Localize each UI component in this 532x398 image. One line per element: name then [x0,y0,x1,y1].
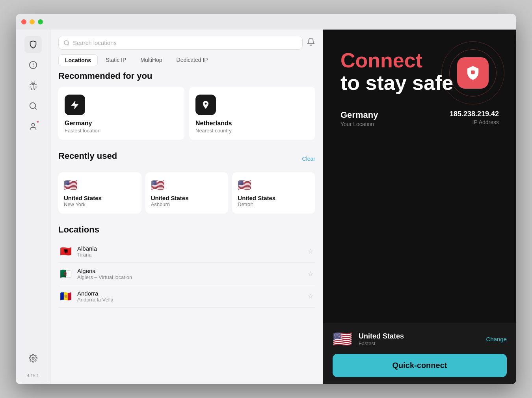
star-albania[interactable]: ☆ [307,247,314,256]
svg-line-4 [35,108,36,109]
close-button[interactable] [21,19,26,24]
sidebar: 4.15.1 [16,30,50,384]
recent-cards: 🇺🇸 United States New York 🇺🇸 United Stat… [58,172,315,214]
recommended-title: Recommended for you [58,71,315,81]
selected-location-row: 🇺🇸 United States Fastest Change [333,330,507,348]
flag-albania: 🇦🇱 [60,246,72,257]
your-location-name: Germany [340,110,378,120]
tabs-area: Locations Static IP MultiHop Dedicated I… [50,54,323,71]
vpn-logo-area [441,41,504,104]
maximize-button[interactable] [38,19,43,24]
ip-address-value: 185.238.219.42 [450,110,499,118]
sidebar-item-settings[interactable] [24,350,42,367]
connect-logo-button[interactable] [457,57,489,89]
change-location-button[interactable]: Change [486,336,507,342]
outer-ring [441,41,504,104]
sidebar-item-shield[interactable] [24,36,42,53]
sidebar-item-search[interactable] [24,97,42,115]
sidebar-item-account[interactable] [24,118,42,135]
search-area [50,30,323,54]
svg-line-8 [68,44,69,45]
location-country-andorra: Andorra [77,290,307,297]
ip-block: 185.238.219.42 IP Address [450,110,499,125]
recommended-cards: Germany Fastest location Netherlands Nea… [58,87,315,140]
flag-andorra: 🇦🇩 [60,291,72,302]
right-panel-bottom: 🇺🇸 United States Fastest Change Quick-co… [323,323,516,384]
sidebar-item-alert[interactable] [24,56,42,74]
location-city-andorra: Andorra la Vella [77,297,307,303]
titlebar [16,14,516,30]
right-panel-top: Connect to stay safe Germany Your Locati… [323,30,516,323]
selected-sub: Fastest [359,340,480,346]
recent-card-country-det: United States [238,195,310,201]
selected-flag: 🇺🇸 [333,330,352,348]
rec-card-sub-netherlands: Nearest country [195,128,309,134]
notifications-icon[interactable] [307,37,315,48]
location-row-albania[interactable]: 🇦🇱 Albania Tirana ☆ [58,240,315,263]
recent-card-city-det: Detroit [238,201,310,207]
tab-multihop[interactable]: MultiHop [134,54,168,66]
your-location-block: Germany Your Location [340,110,378,127]
tab-dedicated-ip[interactable]: Dedicated IP [170,54,214,66]
location-info-andorra: Andorra Andorra la Vella [77,290,307,303]
locations-list: 🇦🇱 Albania Tirana ☆ 🇩🇿 Algeria Algiers –… [58,240,315,308]
locations-title: Locations [58,225,315,235]
rec-card-name-netherlands: Netherlands [195,120,309,127]
location-city-albania: Tirana [77,252,307,258]
sidebar-item-bug[interactable] [24,77,42,94]
location-info-albania: Albania Tirana [77,245,307,258]
recent-card-newyork[interactable]: 🇺🇸 United States New York [58,172,141,214]
star-andorra[interactable]: ☆ [307,292,314,301]
location-country-albania: Albania [77,245,307,252]
recent-card-city-ash: Ashburn [151,201,223,207]
recently-used-header: Recently used Clear [58,151,315,167]
selected-location-info: United States Fastest [359,332,480,346]
recent-card-city-ny: New York [64,201,136,207]
svg-point-6 [32,357,34,359]
left-panel: Locations Static IP MultiHop Dedicated I… [50,30,323,384]
search-wrapper[interactable] [58,36,303,50]
flag-algeria: 🇩🇿 [60,268,72,279]
svg-rect-10 [471,71,475,74]
recent-card-detroit[interactable]: 🇺🇸 United States Detroit [232,172,315,214]
search-input[interactable] [73,39,298,46]
nearest-icon [195,95,216,115]
your-location-label: Your Location [340,121,378,127]
recommended-card-netherlands[interactable]: Netherlands Nearest country [189,87,315,140]
shield-logo-icon [465,65,480,80]
rec-card-name-germany: Germany [65,120,178,127]
location-info-algeria: Algeria Algiers – Virtual location [77,268,307,280]
sidebar-bottom: 4.15.1 [24,350,42,378]
recent-card-country-ny: United States [64,195,136,201]
main-content: 4.15.1 [16,30,516,384]
scroll-area[interactable]: Recommended for you Germany Fastest loca… [50,71,323,384]
flag-us-ny: 🇺🇸 [64,179,136,192]
right-panel: Connect to stay safe Germany Your Locati… [323,30,516,384]
tab-static-ip[interactable]: Static IP [99,54,132,66]
location-row-algeria[interactable]: 🇩🇿 Algeria Algiers – Virtual location ☆ [58,263,315,285]
rec-card-sub-germany: Fastest location [65,128,178,134]
tab-locations[interactable]: Locations [58,54,98,66]
inner-ring [449,49,497,97]
svg-marker-9 [71,101,78,109]
location-row-andorra[interactable]: 🇦🇩 Andorra Andorra la Vella ☆ [58,285,315,308]
version-label: 4.15.1 [27,373,39,378]
location-country-algeria: Algeria [77,268,307,274]
app-window: 4.15.1 [16,14,516,384]
recommended-card-germany[interactable]: Germany Fastest location [58,87,184,140]
selected-country: United States [359,332,480,340]
minimize-button[interactable] [30,19,35,24]
recently-used-title: Recently used [58,151,117,161]
quick-connect-button[interactable]: Quick-connect [333,354,507,377]
flag-us-ash: 🇺🇸 [151,179,223,192]
location-city-algeria: Algiers – Virtual location [77,274,307,280]
recent-card-country-ash: United States [151,195,223,201]
svg-point-5 [32,123,34,126]
ip-address-label: IP Address [450,119,499,125]
recent-card-ashburn[interactable]: 🇺🇸 United States Ashburn [145,172,229,214]
flag-us-det: 🇺🇸 [238,179,310,192]
location-ip-row: Germany Your Location 185.238.219.42 IP … [340,110,499,127]
star-algeria[interactable]: ☆ [307,270,314,278]
search-icon [63,40,70,46]
clear-button[interactable]: Clear [302,156,315,162]
